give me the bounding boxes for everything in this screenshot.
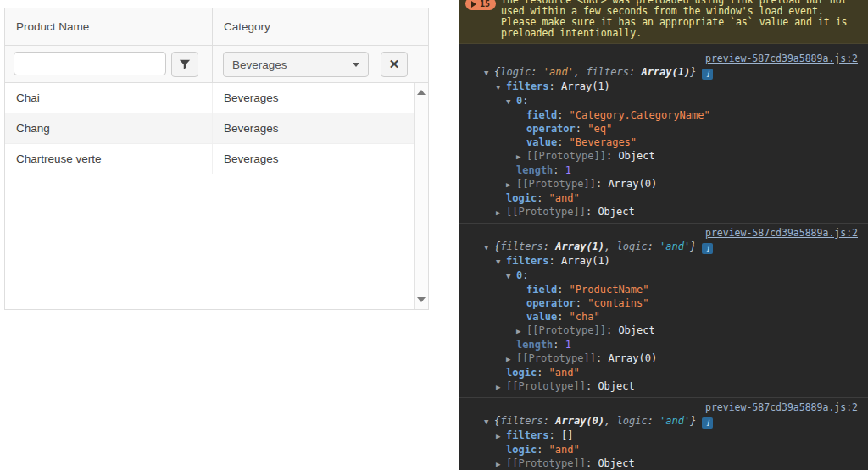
console-tree-row: ▼filters: Array(1) xyxy=(459,80,868,94)
console-token: [[Prototype]] xyxy=(506,380,586,392)
console-token: field xyxy=(526,109,557,121)
console-token: : xyxy=(549,255,561,267)
expand-arrow-icon[interactable]: ▶ xyxy=(506,178,516,191)
collapse-arrow-icon[interactable]: ▼ xyxy=(496,80,506,94)
expand-arrow-icon[interactable]: ▶ xyxy=(496,380,506,394)
console-token: logic xyxy=(506,367,537,379)
console-token: : xyxy=(543,241,555,252)
filter-button[interactable] xyxy=(171,52,198,77)
console-token: operator xyxy=(526,123,576,135)
console-token: "Beverages" xyxy=(570,136,637,148)
source-link[interactable]: preview-587cd39a5889a.js:2 xyxy=(705,53,858,64)
product-filter-input[interactable] xyxy=(14,52,166,75)
collapse-arrow-icon[interactable]: ▼ xyxy=(506,269,516,283)
console-token: "Category.CategoryName" xyxy=(570,109,710,121)
console-token: field xyxy=(526,284,557,296)
console-tree-row: operator: "eq" xyxy=(459,122,868,135)
console-token: Array(1) xyxy=(641,66,690,78)
product-filter-cell xyxy=(5,46,213,82)
scroll-down-icon[interactable] xyxy=(417,297,426,302)
console-tree-row: ▼0: xyxy=(459,94,868,108)
console-token: Array(0) xyxy=(608,178,657,190)
console-token: [[Prototype]] xyxy=(526,324,606,336)
category-filter-cell: Beverages ✕ xyxy=(213,46,428,82)
console-token: : xyxy=(606,324,618,336)
column-header-product-name[interactable]: Product Name xyxy=(5,8,213,45)
expand-arrow-icon[interactable]: ▶ xyxy=(496,429,506,443)
expand-arrow-icon[interactable]: ▶ xyxy=(516,150,526,163)
console-token: [[Prototype]] xyxy=(526,150,606,162)
console-token: value xyxy=(526,136,557,148)
console-token: Object xyxy=(618,150,654,162)
clear-filter-button[interactable]: ✕ xyxy=(381,52,408,77)
expand-arrow-icon[interactable]: ▶ xyxy=(496,206,506,219)
console-tree-row: ▶[[Prototype]]: Object xyxy=(459,205,868,219)
console-token: : xyxy=(586,380,598,392)
console-token: [] xyxy=(561,429,573,441)
console-token: : xyxy=(522,95,528,107)
table-row[interactable]: Chartreuse verteBeverages xyxy=(5,144,414,174)
console-tree-row: operator: "contains" xyxy=(459,296,868,310)
console-tree-row: ▶filters: [] xyxy=(459,429,868,443)
console-token: operator xyxy=(526,297,576,309)
console-token: logic xyxy=(500,66,531,78)
console-token: : xyxy=(596,178,608,190)
console-token: [[Prototype]] xyxy=(506,457,586,469)
collapse-arrow-icon[interactable]: ▼ xyxy=(484,241,494,254)
collapse-arrow-icon[interactable]: ▼ xyxy=(496,255,506,268)
source-link[interactable]: preview-587cd39a5889a.js:2 xyxy=(705,227,858,239)
console-token: filters xyxy=(506,429,549,441)
console-token: filters xyxy=(586,66,629,78)
console-tree-row: ▼{filters: Array(1), logic: 'and'}i xyxy=(459,240,868,254)
expand-arrow-icon[interactable]: ▶ xyxy=(516,324,526,338)
console-tree-row: ▶[[Prototype]]: Array(0) xyxy=(459,177,868,191)
console-token: Array(1) xyxy=(561,80,610,92)
source-link[interactable]: preview-587cd39a5889a.js:2 xyxy=(705,401,858,413)
console-entry: preview-587cd39a5889a.js:2▼{logic: 'and'… xyxy=(459,49,868,223)
console-token: : xyxy=(648,415,659,427)
console-token: logic xyxy=(617,241,648,252)
console-tree-row: ▶[[Prototype]]: Object xyxy=(459,379,868,394)
grid-scrollbar[interactable] xyxy=(414,83,428,309)
source-link-row: preview-587cd39a5889a.js:2 xyxy=(459,227,868,240)
console-token: : xyxy=(606,150,618,162)
warning-count-badge[interactable]: 15 xyxy=(465,0,496,10)
cell-product-name: Chai xyxy=(5,83,213,113)
collapse-arrow-icon[interactable]: ▼ xyxy=(484,415,494,429)
expand-arrow-icon[interactable]: ▶ xyxy=(496,457,506,470)
console-token: , xyxy=(574,66,586,78)
collapse-arrow-icon[interactable]: ▼ xyxy=(484,66,494,80)
console-token: : xyxy=(537,367,548,379)
column-header-category[interactable]: Category xyxy=(213,8,428,45)
console-entries: preview-587cd39a5889a.js:2▼{logic: 'and'… xyxy=(459,49,868,470)
collapse-arrow-icon[interactable]: ▼ xyxy=(506,95,516,108)
console-token: "contains" xyxy=(587,297,648,309)
console-token: : xyxy=(586,457,598,469)
console-token: : xyxy=(537,444,548,456)
close-icon: ✕ xyxy=(389,57,400,72)
source-link-row: preview-587cd39a5889a.js:2 xyxy=(459,53,868,65)
console-tree-row: ▶[[Prototype]]: Array(0) xyxy=(459,351,868,366)
console-tree-row: logic: "and" xyxy=(459,443,868,456)
category-filter-value: Beverages xyxy=(232,58,353,71)
console-token: 'and' xyxy=(543,66,574,78)
console-token: Object xyxy=(618,324,654,336)
category-filter-dropdown[interactable]: Beverages xyxy=(223,52,369,77)
grid-filter-row: Beverages ✕ xyxy=(5,46,428,83)
console-token: : xyxy=(576,123,587,135)
table-row[interactable]: ChangBeverages xyxy=(5,113,414,144)
console-token: logic xyxy=(506,192,537,204)
console-token: length xyxy=(516,339,553,351)
console-token: : xyxy=(586,206,598,218)
cell-category: Beverages xyxy=(213,152,414,165)
expand-arrow-icon[interactable]: ▶ xyxy=(506,352,516,366)
cell-category: Beverages xyxy=(213,122,414,135)
grid-header-row: Product Name Category xyxy=(5,8,428,46)
warning-count: 15 xyxy=(480,0,490,9)
console-token: Object xyxy=(598,380,634,392)
console-token: : xyxy=(553,164,565,176)
scroll-up-icon[interactable] xyxy=(417,90,426,95)
console-token: Array(0) xyxy=(608,352,657,364)
table-row[interactable]: ChaiBeverages xyxy=(5,83,414,113)
console-token: "cha" xyxy=(570,311,600,323)
